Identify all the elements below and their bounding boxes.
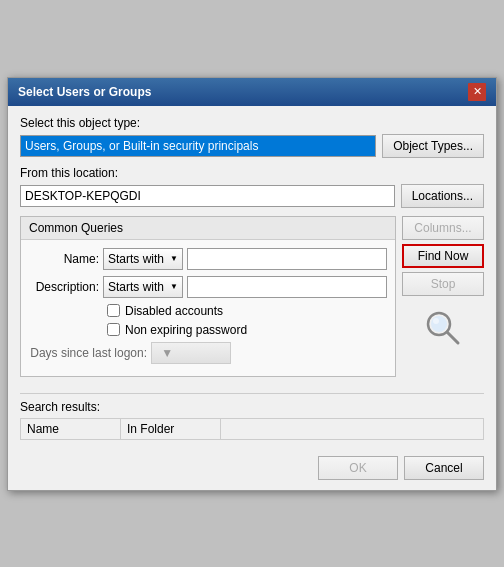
panel-box: Common Queries Name: Starts with ▼ Descr…	[20, 216, 396, 377]
col-header-name: Name	[21, 418, 121, 439]
days-label: Days since last logon:	[29, 346, 147, 360]
location-input[interactable]	[20, 185, 395, 207]
close-button[interactable]: ✕	[468, 83, 486, 101]
title-bar: Select Users or Groups ✕	[8, 78, 496, 106]
non-expiring-label: Non expiring password	[125, 323, 247, 337]
description-input[interactable]	[187, 276, 387, 298]
description-label: Description:	[29, 280, 99, 294]
description-filter-value: Starts with	[108, 280, 164, 294]
col-header-empty	[221, 418, 484, 439]
ok-button[interactable]: OK	[318, 456, 398, 480]
object-type-label: Select this object type:	[20, 116, 484, 130]
name-filter-value: Starts with	[108, 252, 164, 266]
results-table: Name In Folder	[20, 418, 484, 440]
name-label: Name:	[29, 252, 99, 266]
disabled-accounts-checkbox[interactable]	[107, 304, 120, 317]
name-filter-arrow: ▼	[170, 254, 178, 263]
object-types-button[interactable]: Object Types...	[382, 134, 484, 158]
disabled-accounts-row: Disabled accounts	[29, 304, 387, 318]
common-queries-section: Common Queries Name: Starts with ▼ Descr…	[20, 216, 484, 385]
location-row: Locations...	[20, 184, 484, 208]
name-filter-select[interactable]: Starts with ▼	[103, 248, 183, 270]
svg-line-2	[447, 332, 458, 343]
non-expiring-checkbox[interactable]	[107, 323, 120, 336]
days-select-value	[156, 346, 159, 360]
panel-title: Common Queries	[21, 217, 395, 240]
common-queries-panel: Common Queries Name: Starts with ▼ Descr…	[20, 216, 396, 385]
object-type-row: Object Types...	[20, 134, 484, 158]
description-row: Description: Starts with ▼	[29, 276, 387, 298]
dialog-footer: OK Cancel	[8, 450, 496, 490]
name-input[interactable]	[187, 248, 387, 270]
disabled-accounts-label: Disabled accounts	[125, 304, 223, 318]
search-results-label: Search results:	[20, 400, 484, 414]
find-now-button[interactable]: Find Now	[402, 244, 484, 268]
search-icon-area	[402, 308, 484, 348]
name-row: Name: Starts with ▼	[29, 248, 387, 270]
dialog-body: Select this object type: Object Types...…	[8, 106, 496, 450]
location-label: From this location:	[20, 166, 484, 180]
dialog-title: Select Users or Groups	[18, 85, 151, 99]
search-results-section: Search results: Name In Folder	[20, 393, 484, 440]
days-row: Days since last logon: ▼	[29, 342, 387, 364]
columns-button[interactable]: Columns...	[402, 216, 484, 240]
days-select[interactable]: ▼	[151, 342, 231, 364]
svg-point-3	[433, 318, 439, 324]
right-buttons-col: Columns... Find Now Stop	[402, 216, 484, 385]
magnifier-icon	[423, 308, 463, 348]
non-expiring-row: Non expiring password	[29, 323, 387, 337]
svg-point-1	[431, 316, 447, 332]
stop-button[interactable]: Stop	[402, 272, 484, 296]
col-header-folder: In Folder	[121, 418, 221, 439]
locations-button[interactable]: Locations...	[401, 184, 484, 208]
dialog-window: Select Users or Groups ✕ Select this obj…	[7, 77, 497, 491]
description-filter-arrow: ▼	[170, 282, 178, 291]
cancel-button[interactable]: Cancel	[404, 456, 484, 480]
object-type-input[interactable]	[20, 135, 376, 157]
description-filter-select[interactable]: Starts with ▼	[103, 276, 183, 298]
days-select-arrow: ▼	[161, 346, 173, 360]
